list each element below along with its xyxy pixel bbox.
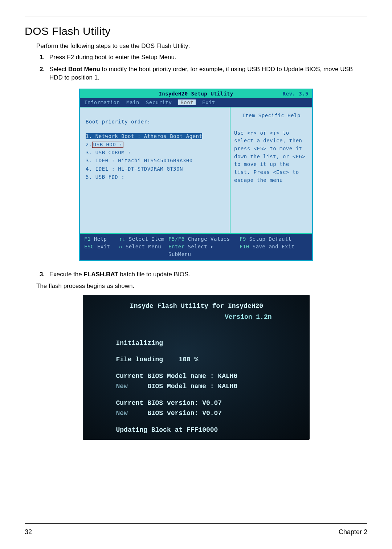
tab-boot[interactable]: Boot: [178, 99, 196, 105]
tab-security[interactable]: Security: [146, 99, 172, 105]
boot-item-6[interactable]: 5. USB FDD :: [86, 173, 224, 181]
console-new-model: New BIOS Model name : KALH0: [116, 382, 301, 392]
console-current-version: Current BIOS version: V0.07: [116, 398, 301, 408]
step-2: Select Boot Menu to modify the boot prio…: [46, 65, 367, 82]
bios-revision: Rev. 3.5: [283, 91, 309, 97]
chapter-label: Chapter 2: [339, 528, 367, 536]
step-1: Press F2 during boot to enter the Setup …: [46, 53, 367, 62]
tab-information[interactable]: Information: [84, 99, 120, 105]
boot-item-4[interactable]: 3. IDE0 : Hitachi HTS545016B9A300: [86, 156, 224, 164]
console-header: Insyde Flash Utility for InsydeH20: [93, 301, 301, 312]
bios-screenshot: InsydeH20 Setup Utility Rev. 3.5 Informa…: [79, 89, 313, 261]
page-title: DOS Flash Utility: [25, 25, 367, 37]
usb-hdd-highlight: USB HDD :: [92, 142, 123, 148]
console-new-version: New BIOS version: V0.07: [116, 408, 301, 419]
console-initializing: Initializing: [116, 338, 301, 349]
tab-exit[interactable]: Exit: [202, 99, 215, 105]
tab-main[interactable]: Main: [126, 99, 139, 105]
bios-tabs: Information Main Security Boot Exit: [80, 98, 312, 107]
flash-console-screenshot: Insyde Flash Utility for InsydeH20 Versi…: [83, 295, 310, 440]
bios-title: InsydeH20 Setup Utility: [159, 91, 233, 97]
boot-order-heading: Boot priority order:: [86, 118, 224, 126]
bios-left-pane: Boot priority order: 1. Network Boot : A…: [80, 107, 230, 234]
console-current-model: Current BIOS Model name : KALH0: [116, 371, 301, 382]
boot-item-5[interactable]: 4. IDE1 : HL-DT-STDVDRAM GT30N: [86, 165, 224, 173]
page-number: 32: [25, 528, 32, 536]
console-file-loading: File loading 100 %: [116, 355, 301, 365]
boot-item-3[interactable]: 3. USB CDROM :: [86, 149, 224, 156]
steps-list: Press F2 during boot to enter the Setup …: [36, 53, 367, 82]
steps-list-cont: Execute the FLASH.BAT batch file to upda…: [36, 271, 367, 279]
bios-help-pane: Item Specific Help Use <↑> or <↓> to sel…: [230, 107, 312, 234]
bios-footer: F1 Help ↑↓ Select Item F5/F6 Change Valu…: [80, 234, 312, 260]
boot-item-2[interactable]: 2. USB HDD :: [86, 141, 224, 149]
intro-text: Perform the following steps to use the D…: [36, 42, 367, 50]
followup-text: The flash process begins as shown.: [36, 282, 367, 290]
console-updating: Updating Block at FFF10000: [116, 425, 301, 435]
boot-item-1[interactable]: 1. Network Boot : Atheros Boot Agent: [86, 133, 202, 139]
step-3: Execute the FLASH.BAT batch file to upda…: [46, 271, 367, 279]
help-title: Item Specific Help: [234, 112, 309, 120]
console-version: Version 1.2n: [93, 312, 301, 322]
help-body: Use <↑> or <↓> to select a device, then …: [234, 129, 309, 184]
